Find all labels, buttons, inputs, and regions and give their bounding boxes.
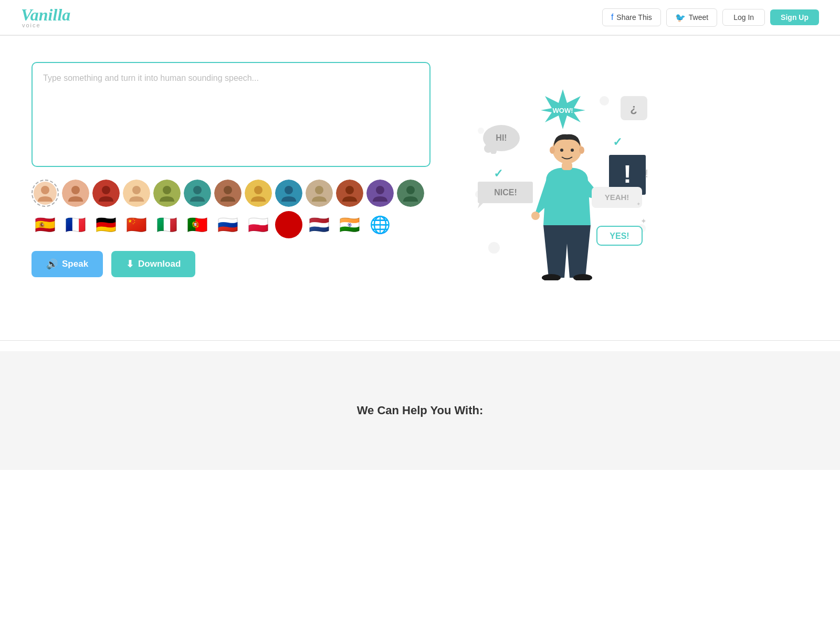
svg-text:NICE!: NICE!: [494, 188, 517, 197]
flag-spain[interactable]: 🇪🇸: [32, 211, 59, 238]
svg-point-10: [345, 186, 354, 194]
logo-text: Vanilla: [21, 6, 70, 23]
svg-text:YEAH!: YEAH!: [605, 193, 629, 202]
download-label: Download: [138, 259, 181, 269]
avatar-8[interactable]: [245, 180, 272, 207]
svg-point-4: [163, 186, 171, 194]
svg-point-1: [71, 186, 80, 194]
avatar-4[interactable]: [123, 180, 150, 207]
illustration-panel: HI! WOW! ¿ ✓ ✓: [462, 62, 662, 309]
header-actions: f Share This 🐦 Tweet Log In Sign Up: [602, 8, 819, 27]
svg-point-22: [531, 212, 540, 220]
svg-text:WOW!: WOW!: [553, 107, 573, 114]
tweet-label: Tweet: [689, 13, 708, 22]
check-mark-1: ✓: [613, 135, 622, 149]
avatar-12[interactable]: [366, 180, 394, 207]
action-buttons: 🔊 Speak ⬇ Download: [32, 251, 430, 277]
avatar-11[interactable]: [336, 180, 363, 207]
avatar-13[interactable]: [397, 180, 424, 207]
svg-text:¿: ¿: [630, 102, 637, 115]
flag-netherlands[interactable]: 🇳🇱: [306, 211, 333, 238]
svg-point-9: [315, 186, 323, 194]
deco-circle-3: [488, 242, 500, 254]
bubble-question-mark: ¿: [620, 95, 648, 126]
signup-button[interactable]: Sign Up: [770, 9, 819, 25]
tweet-button[interactable]: 🐦 Tweet: [666, 8, 717, 27]
flag-poland[interactable]: 🇵🇱: [245, 211, 272, 238]
svg-point-3: [132, 186, 141, 194]
flag-italy[interactable]: 🇮🇹: [153, 211, 181, 238]
svg-point-27: [560, 149, 563, 152]
signup-label: Sign Up: [781, 13, 808, 22]
flag-germany[interactable]: 🇩🇪: [92, 211, 120, 238]
flag-portugal[interactable]: 🇵🇹: [184, 211, 211, 238]
bubble-small-exclaim: !: [645, 167, 648, 181]
text-input[interactable]: [32, 62, 430, 167]
avatar-6[interactable]: [184, 180, 211, 207]
hero-illustration: HI! WOW! ¿ ✓ ✓: [472, 86, 651, 285]
svg-point-2: [102, 186, 110, 194]
avatar-row-people: [32, 180, 430, 207]
help-title: We Can Help You With:: [42, 404, 798, 417]
svg-point-8: [285, 186, 293, 194]
bubble-hi: HI!: [480, 122, 522, 156]
logo[interactable]: Vanilla voice: [21, 6, 70, 28]
twitter-icon: 🐦: [675, 13, 686, 23]
svg-point-29: [550, 146, 555, 154]
speak-button[interactable]: 🔊 Speak: [32, 251, 103, 277]
login-label: Log In: [733, 13, 754, 22]
check-mark-2: ✓: [494, 167, 503, 181]
download-button[interactable]: ⬇ Download: [111, 251, 195, 277]
svg-point-6: [224, 186, 232, 194]
bubble-yeah: YEAH!: [591, 186, 643, 214]
share-this-button[interactable]: f Share This: [602, 8, 661, 26]
left-panel: 🇪🇸 🇫🇷 🇩🇪 🇨🇳 🇮🇹 🇵🇹 🇷🇺 🇵🇱 🇳🇱 🇮🇳 🌐 🔊 Speak: [32, 62, 430, 309]
avatar-row-flags: 🇪🇸 🇫🇷 🇩🇪 🇨🇳 🇮🇹 🇵🇹 🇷🇺 🇵🇱 🇳🇱 🇮🇳 🌐: [32, 211, 430, 238]
avatar-3[interactable]: [92, 180, 120, 207]
svg-text:!: !: [623, 160, 632, 188]
avatar-1[interactable]: [32, 180, 59, 207]
svg-point-28: [571, 149, 574, 152]
avatar-10[interactable]: [306, 180, 333, 207]
flag-russia[interactable]: 🇷🇺: [214, 211, 242, 238]
svg-point-5: [193, 186, 202, 194]
avatars-section: 🇪🇸 🇫🇷 🇩🇪 🇨🇳 🇮🇹 🇵🇹 🇷🇺 🇵🇱 🇳🇱 🇮🇳 🌐: [32, 180, 430, 238]
flag-red[interactable]: [275, 211, 302, 238]
avatar-5[interactable]: [153, 180, 181, 207]
bubble-nice: NICE!: [475, 181, 536, 212]
sparkle-icon: ✦: [640, 217, 647, 225]
flag-china[interactable]: 🇨🇳: [123, 211, 150, 238]
flag-world[interactable]: 🌐: [366, 211, 394, 238]
svg-point-12: [406, 186, 415, 194]
svg-point-7: [254, 186, 262, 194]
avatar-2[interactable]: [62, 180, 89, 207]
avatar-9[interactable]: [275, 180, 302, 207]
logo-subtext: voice: [22, 22, 41, 28]
svg-rect-24: [562, 162, 572, 170]
speak-label: Speak: [62, 259, 88, 269]
deco-circle-1: [600, 96, 609, 106]
bubble-yes: YES!: [596, 225, 643, 251]
download-icon: ⬇: [126, 258, 134, 270]
svg-point-30: [579, 146, 584, 154]
svg-point-0: [41, 186, 49, 194]
sparkle-icon-2: ✦: [636, 201, 640, 207]
svg-point-11: [376, 186, 384, 194]
flag-india[interactable]: 🇮🇳: [336, 211, 363, 238]
avatar-7[interactable]: [214, 180, 242, 207]
svg-text:HI!: HI!: [496, 133, 507, 142]
svg-text:YES!: YES!: [610, 232, 629, 240]
share-this-label: Share This: [616, 13, 652, 22]
facebook-icon: f: [611, 13, 613, 22]
login-button[interactable]: Log In: [722, 9, 765, 26]
speaker-icon: 🔊: [46, 258, 58, 270]
footer-section: We Can Help You With:: [21, 377, 819, 444]
flag-france[interactable]: 🇫🇷: [62, 211, 89, 238]
